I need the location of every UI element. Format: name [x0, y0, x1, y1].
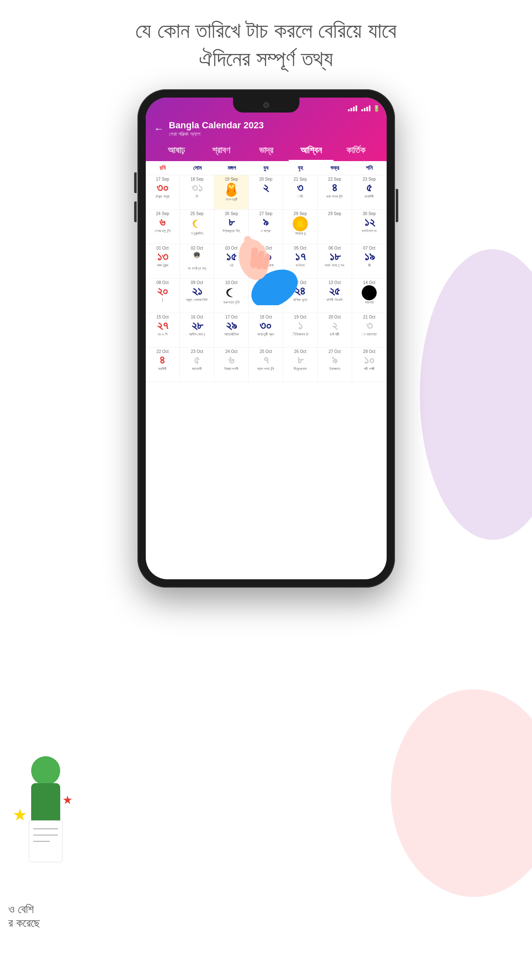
cell-30sep[interactable]: 30 Sep ১২ বলাইলাল দা: [352, 210, 387, 244]
signal-bar2-s3: [366, 107, 368, 111]
svg-text:★: ★: [62, 794, 73, 806]
cell-26oct[interactable]: 26 Oct ৮ বীরেন্দ্রনাথ: [283, 348, 318, 382]
bangla-24sep: ৬: [147, 216, 179, 228]
event-22oct: মহাষ্টমী: [147, 367, 179, 371]
cell-18sep[interactable]: 18 Sep ৩১ বি: [180, 175, 214, 209]
bangla-21sep: ৩: [284, 182, 316, 194]
signal-bar-s4: [355, 105, 357, 111]
svg-point-8: [194, 252, 200, 256]
event-24sep: শেখর বসু (বি: [147, 229, 179, 233]
phone-screen: 🔋 ← Bangla Calendar 2023 সেরা পঞ্জিকা অ্…: [146, 98, 387, 579]
bg-purple-decoration: [420, 249, 532, 540]
event-12oct: কণিকা বন্দো: [284, 298, 316, 302]
cell-06oct[interactable]: 06 Oct ১৮ ঘনাদ সাহা ( সব: [318, 244, 352, 278]
event-17sep: ঠাকুর অনুক্: [147, 194, 179, 199]
cell-12oct[interactable]: 12 Oct ২৪ কণিকা বন্দো: [283, 279, 318, 313]
svg-rect-18: [31, 783, 60, 825]
cell-29sep-a[interactable]: 29 Sep গপন্বর বু: [283, 210, 318, 244]
bangla-08oct: ২০: [147, 285, 179, 297]
cell-21oct[interactable]: 21 Oct ৩ া মহাসপ্ত: [352, 313, 387, 347]
cell-01oct[interactable]: 01 Oct ১৩ মঙ্গল (জন্ম: [146, 244, 180, 278]
signal-bar-2: [361, 105, 370, 111]
cell-17sep[interactable]: 17 Sep ৩০ ঠাকুর অনুক্: [146, 175, 180, 209]
cell-02oct[interactable]: 02 Oct আ: [180, 244, 214, 278]
tab-kartik[interactable]: কার্তিক: [333, 145, 378, 161]
app-title: Bangla Calendar 2023: [169, 120, 264, 131]
cell-16oct[interactable]: 16 Oct ২৮ প্রদীপ ঘোষ (: [180, 313, 214, 347]
cell-13oct[interactable]: 13 Oct ২৫ ভগিনী নিবেদি: [318, 279, 352, 313]
bangla-07oct: ১৯: [353, 251, 386, 262]
signal-bar2-s2: [364, 108, 365, 111]
gandhi-icon: [189, 251, 204, 266]
cell-27sep[interactable]: 27 Sep ৯ ন যাত্রা: [249, 210, 283, 244]
event-16oct: প্রদীপ ঘোষ (: [181, 332, 213, 337]
bg-pink-decoration: [391, 689, 532, 897]
event-21oct: া মহাসপ্ত: [353, 332, 386, 337]
tab-aswin[interactable]: আশ্বিন: [289, 145, 333, 161]
svg-point-4: [230, 186, 233, 189]
cell-22sep[interactable]: 22 Sep ৪ গুরু নানক (বি: [318, 175, 352, 209]
event-19sep: গণেশ চতুর্থী: [215, 198, 248, 202]
event-25sep: ন (জন্মদিন্: [181, 231, 213, 236]
cell-03oct[interactable]: 03 Oct ১৫ ওঠ: [214, 244, 249, 278]
cell-21sep[interactable]: 21 Sep ৩ ারী: [283, 175, 318, 209]
bangla-27sep: ৯: [250, 216, 282, 228]
event-09oct: আনন্দ সেরাজ নিলি: [181, 298, 213, 302]
cell-05oct[interactable]: 05 Oct ১৭ ক দিবস: [283, 244, 318, 278]
day-header-mon: সোম: [180, 161, 214, 175]
cell-22oct[interactable]: 22 Oct ৪ মহাষ্টমী: [146, 348, 180, 382]
calendar-week-3: 01 Oct ১৩ মঙ্গল (জন্ম 02 Oct: [146, 244, 387, 279]
cell-08oct[interactable]: 08 Oct ২০ ): [146, 279, 180, 313]
phone-button-power: [396, 189, 398, 222]
event-27sep: ন যাত্রা: [250, 229, 282, 233]
cell-20oct[interactable]: 20 Oct ২ দুর্গা ষষ্ঠী: [318, 313, 352, 347]
cell-26sep[interactable]: 26 Sep ৮ ঈশ্বরচন্দ্র বিদ্: [214, 210, 249, 244]
bangla-17sep: ৩০: [147, 182, 179, 194]
event-02oct: আ গান্ধী (ভ বস): [181, 267, 213, 271]
bangla-13oct: ২৫: [319, 285, 351, 297]
cell-29sep-b[interactable]: 29 Sep: [318, 210, 352, 244]
tab-ashar[interactable]: আষাঢ়: [154, 145, 199, 161]
cell-23sep[interactable]: 23 Sep ৫ রাধাষ্টমী: [352, 175, 387, 209]
cell-15oct[interactable]: 15 Oct ২৭ ডঃ এ পি: [146, 313, 180, 347]
app-subtitle: সেরা পঞ্জিকা অ্যাপ: [169, 131, 264, 137]
event-10oct: গুরু দত্ত (তি: [215, 300, 248, 305]
cell-23oct[interactable]: 23 Oct ৫ মহানবমী: [180, 348, 214, 382]
cell-19oct[interactable]: 19 Oct ১ ীতিজনাথ ঠা: [283, 313, 318, 347]
event-14oct: মহালয়া: [353, 300, 386, 305]
bangla-04oct: ১৬: [250, 251, 282, 262]
tab-bhadra[interactable]: ভাদ্র: [244, 145, 289, 161]
event-06oct: ঘনাদ সাহা ( সব: [319, 263, 351, 268]
bangla-24oct: ৬: [215, 354, 248, 366]
cell-20sep[interactable]: 20 Sep ২: [249, 175, 283, 209]
cell-07oct[interactable]: 07 Oct ১৯ জী: [352, 244, 387, 278]
bangla-01oct: ১৩: [147, 251, 179, 262]
greg-25sep: 25 Sep: [181, 211, 213, 216]
cell-25oct[interactable]: 25 Oct ৭ শ্যাম লাহা (বি: [249, 348, 283, 382]
bangla-19oct: ১: [284, 320, 316, 331]
cell-24oct[interactable]: 24 Oct ৬ বিজয়া দশমী: [214, 348, 249, 382]
event-11oct: জয়প্রকাশ ন: [250, 298, 282, 302]
cell-09oct[interactable]: 09 Oct ২১ আনন্দ সেরাজ নিলি: [180, 279, 214, 313]
signal-bar2-s4: [369, 105, 370, 111]
heading-line2: ঐদিনের সম্পূর্ণ তথ্য: [135, 45, 397, 73]
tab-shraban[interactable]: শ্রাবণ: [199, 145, 244, 161]
cell-17oct[interactable]: 17 Oct ২৯ আন্তর্জাতিক: [214, 313, 249, 347]
event-19oct: ীতিজনাথ ঠা: [284, 332, 316, 337]
cell-25sep[interactable]: 25 Sep ন (জন্মদিন্: [180, 210, 214, 244]
full-moon-icon: [293, 216, 308, 231]
cell-18oct[interactable]: 18 Oct ৩০ মানচতুর্থী ব্রত: [249, 313, 283, 347]
bangla-26sep: ৮: [215, 216, 248, 228]
cell-19sep[interactable]: 19 Sep: [214, 175, 249, 209]
cell-28oct[interactable]: 28 Oct ১০ পরী লক্ষ্মী: [352, 348, 387, 382]
svg-point-17: [31, 756, 60, 785]
cell-04oct[interactable]: 04 Oct ১৬ সন্ধ্যা মুখোপা: [249, 244, 283, 278]
cell-10oct[interactable]: 10 Oct গুরু দত্ত (তি: [214, 279, 249, 313]
cell-14oct[interactable]: 14 Oct মহালয়া: [352, 279, 387, 313]
greg-29sep-b: 29 Sep: [319, 211, 351, 216]
greg-02oct: 02 Oct: [181, 246, 213, 250]
cell-24sep[interactable]: 24 Sep ৬ শেখর বসু (বি: [146, 210, 180, 244]
back-button[interactable]: ←: [154, 123, 164, 135]
cell-27oct[interactable]: 27 Oct ৯ ইয়াজদান্: [318, 348, 352, 382]
cell-11oct[interactable]: 11 Oct ২৩ জয়প্রকাশ ন: [249, 279, 283, 313]
